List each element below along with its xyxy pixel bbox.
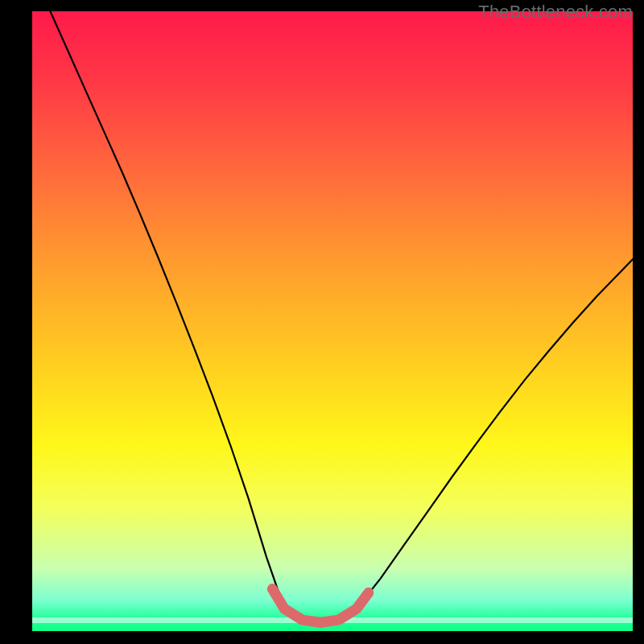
chart-plot-area [32,11,633,631]
curve-bottom-highlight [272,589,368,623]
chart-svg [32,11,633,631]
curve-left-branch [50,11,284,609]
curve-right-branch [357,259,633,609]
chart-frame: TheBottleneck.com [0,0,644,644]
watermark-label: TheBottleneck.com [478,2,633,23]
